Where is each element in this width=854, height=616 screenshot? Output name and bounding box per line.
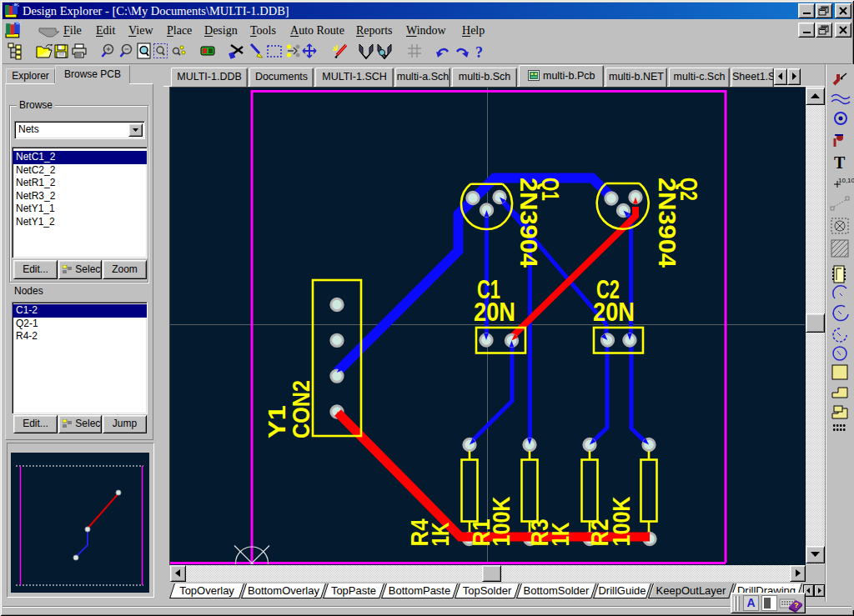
svg-text:2N3904: 2N3904 — [654, 178, 681, 268]
svg-text:?: ? — [794, 601, 799, 609]
svg-text:Y1: Y1 — [264, 405, 290, 438]
svg-text:CON2: CON2 — [288, 380, 314, 438]
svg-text:20N: 20N — [593, 298, 635, 327]
svg-text:100K: 100K — [488, 496, 515, 546]
svg-text:100K: 100K — [608, 496, 635, 546]
svg-text:1K: 1K — [427, 522, 454, 546]
svg-text:1K: 1K — [547, 522, 574, 546]
svg-text:10,10: 10,10 — [838, 177, 854, 184]
svg-text:?: ? — [475, 44, 483, 61]
svg-text:2N3904: 2N3904 — [515, 178, 542, 268]
svg-text:T: T — [834, 153, 846, 172]
svg-text:20N: 20N — [474, 298, 515, 327]
